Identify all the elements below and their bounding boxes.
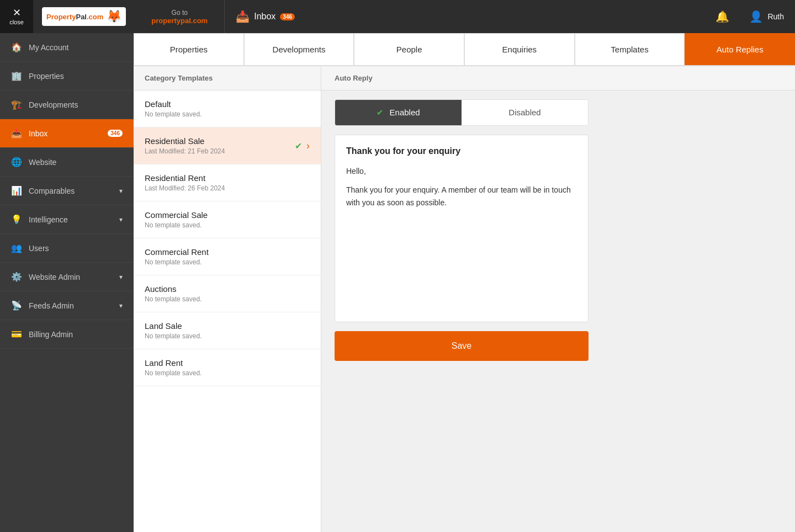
- category-sub: No template saved.: [145, 221, 208, 229]
- content-area: Properties Developments People Enquiries…: [134, 33, 795, 532]
- left-panel: Category Templates Default No template s…: [134, 66, 321, 532]
- user-menu[interactable]: 👤 Ruth: [738, 10, 795, 23]
- header: ✕ close PropertyPal.com 🦊 Go to property…: [0, 0, 795, 33]
- chevron-down-icon: ▾: [119, 216, 123, 224]
- right-panel: Auto Reply ✔ Enabled Disabled: [321, 66, 795, 532]
- home-icon: 🏠: [11, 42, 22, 52]
- goto-label: Go to: [172, 9, 188, 17]
- category-commercial-rent[interactable]: Commercial Rent No template saved.: [134, 238, 321, 275]
- goto-link[interactable]: propertypal.com: [151, 17, 208, 25]
- category-name: Land Rent: [145, 358, 202, 368]
- goto-area: Go to propertypal.com: [135, 0, 225, 33]
- close-button[interactable]: ✕ close: [0, 0, 33, 33]
- sidebar-item-label: Inbox: [29, 129, 101, 138]
- notification-icon[interactable]: 🔔: [707, 10, 738, 23]
- tab-properties[interactable]: Properties: [134, 33, 244, 65]
- inbox-badge: 346: [108, 130, 123, 137]
- sidebar: 🏠 My Account 🏢 Properties 🏗️ Development…: [0, 33, 134, 532]
- sidebar-item-feeds-admin[interactable]: 📡 Feeds Admin ▾: [0, 291, 134, 320]
- category-sub: No template saved.: [145, 295, 202, 303]
- sidebar-item-label: Users: [29, 244, 123, 253]
- sidebar-item-label: Billing Admin: [29, 330, 123, 339]
- email-editor[interactable]: Thank you for your enquiry Hello, Thank …: [335, 135, 589, 322]
- inbox-nav-label: Inbox: [254, 12, 275, 22]
- category-name: Commercial Sale: [145, 210, 208, 220]
- tab-developments[interactable]: Developments: [244, 33, 354, 65]
- tab-auto-replies[interactable]: Auto Replies: [685, 33, 795, 65]
- inbox-nav-button[interactable]: 📥 Inbox 346: [225, 0, 306, 33]
- category-auctions[interactable]: Auctions No template saved.: [134, 275, 321, 312]
- category-residential-sale[interactable]: Residential Sale Last Modified: 21 Feb 2…: [134, 127, 321, 164]
- category-name: Land Sale: [145, 321, 202, 331]
- sidebar-item-website[interactable]: 🌐 Website: [0, 148, 134, 177]
- email-body: Hello, Thank you for your enquiry. A mem…: [346, 165, 577, 209]
- sidebar-item-label: Feeds Admin: [29, 301, 113, 310]
- close-label: close: [9, 19, 24, 25]
- billing-admin-icon: 💳: [11, 329, 22, 339]
- sidebar-item-developments[interactable]: 🏗️ Developments: [0, 91, 134, 119]
- category-sub: No template saved.: [145, 369, 202, 377]
- toggle-row: ✔ Enabled Disabled: [335, 99, 589, 126]
- tab-people[interactable]: People: [354, 33, 464, 65]
- developments-icon: 🏗️: [11, 99, 22, 110]
- category-templates-header: Category Templates: [134, 66, 321, 91]
- sidebar-item-inbox[interactable]: 📥 Inbox 346: [0, 119, 134, 148]
- save-button[interactable]: Save: [335, 331, 589, 361]
- website-icon: 🌐: [11, 157, 22, 167]
- inner-content: Category Templates Default No template s…: [134, 66, 795, 532]
- user-name: Ruth: [767, 12, 784, 21]
- category-land-rent[interactable]: Land Rent No template saved.: [134, 349, 321, 386]
- logo-text: PropertyPal.com: [46, 13, 103, 21]
- comparables-icon: 📊: [11, 185, 22, 196]
- category-sub: Last Modified: 21 Feb 2024: [145, 147, 225, 155]
- category-commercial-sale[interactable]: Commercial Sale No template saved.: [134, 201, 321, 238]
- user-avatar-icon: 👤: [749, 10, 763, 23]
- sidebar-item-intelligence[interactable]: 💡 Intelligence ▾: [0, 205, 134, 234]
- logo-area: PropertyPal.com 🦊: [33, 0, 135, 33]
- category-name: Default: [145, 99, 202, 109]
- sidebar-item-comparables[interactable]: 📊 Comparables ▾: [0, 177, 134, 205]
- auto-reply-header: Auto Reply: [321, 66, 795, 91]
- sidebar-item-billing-admin[interactable]: 💳 Billing Admin: [0, 320, 134, 349]
- category-land-sale[interactable]: Land Sale No template saved.: [134, 312, 321, 349]
- inbox-icon: 📥: [11, 128, 22, 139]
- sidebar-item-website-admin[interactable]: ⚙️ Website Admin ▾: [0, 263, 134, 291]
- sidebar-item-label: Website Admin: [29, 273, 113, 281]
- tab-templates[interactable]: Templates: [575, 33, 685, 65]
- category-sub: No template saved.: [145, 258, 209, 266]
- intelligence-icon: 💡: [11, 214, 22, 225]
- category-name: Residential Sale: [145, 136, 225, 146]
- category-sub: No template saved.: [145, 110, 202, 118]
- tab-enquiries[interactable]: Enquiries: [464, 33, 575, 65]
- check-icon: ✔: [377, 108, 384, 117]
- enabled-label: Enabled: [390, 108, 420, 117]
- main-layout: 🏠 My Account 🏢 Properties 🏗️ Development…: [0, 33, 795, 532]
- category-default[interactable]: Default No template saved.: [134, 91, 321, 127]
- email-body-text: Thank you for your enquiry. A member of …: [346, 184, 577, 209]
- inbox-nav-badge: 346: [280, 13, 295, 20]
- sidebar-item-properties[interactable]: 🏢 Properties: [0, 62, 134, 91]
- category-sub: No template saved.: [145, 332, 202, 340]
- sidebar-item-label: Website: [29, 158, 123, 167]
- logo-mascot: 🦊: [107, 9, 121, 24]
- close-icon: ✕: [13, 8, 21, 18]
- enabled-toggle[interactable]: ✔ Enabled: [335, 100, 462, 125]
- sidebar-item-my-account[interactable]: 🏠 My Account: [0, 33, 134, 62]
- category-name: Commercial Rent: [145, 247, 209, 257]
- disabled-toggle[interactable]: Disabled: [462, 100, 588, 125]
- properties-icon: 🏢: [11, 71, 22, 81]
- chevron-down-icon: ▾: [119, 273, 123, 281]
- website-admin-icon: ⚙️: [11, 272, 22, 282]
- right-panel-inner: ✔ Enabled Disabled Thank you for your en…: [335, 99, 782, 361]
- sidebar-item-label: Intelligence: [29, 215, 113, 224]
- chevron-right-icon: ›: [306, 140, 310, 152]
- feeds-admin-icon: 📡: [11, 300, 22, 311]
- users-icon: 👥: [11, 243, 22, 253]
- category-sub: Last Modified: 26 Feb 2024: [145, 184, 225, 192]
- logo-box: PropertyPal.com 🦊: [42, 7, 126, 26]
- category-residential-rent[interactable]: Residential Rent Last Modified: 26 Feb 2…: [134, 164, 321, 201]
- tabs-row: Properties Developments People Enquiries…: [134, 33, 795, 66]
- sidebar-item-label: Developments: [29, 100, 123, 109]
- sidebar-item-users[interactable]: 👥 Users: [0, 234, 134, 263]
- disabled-label: Disabled: [508, 108, 540, 117]
